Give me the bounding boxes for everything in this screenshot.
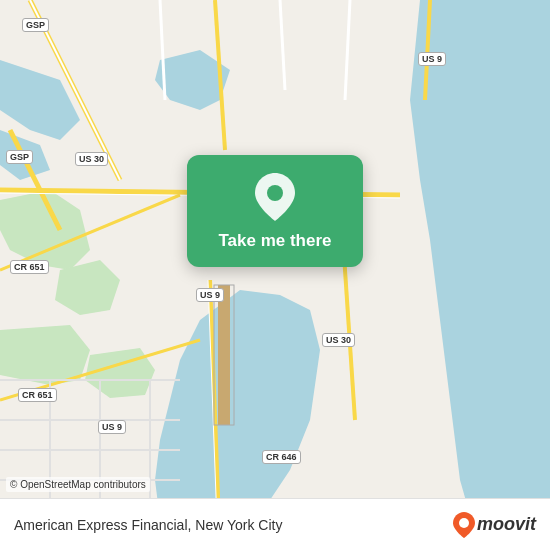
road-label-us30-bottom: US 30	[322, 333, 355, 347]
take-me-there-label: Take me there	[218, 231, 331, 251]
place-name: American Express Financial, New York Cit…	[14, 517, 282, 533]
road-label-cr646: CR 646	[262, 450, 301, 464]
take-me-there-card[interactable]: Take me there	[187, 155, 363, 267]
moovit-logo-text: moovit	[477, 514, 536, 535]
osm-attribution: © OpenStreetMap contributors	[6, 477, 150, 492]
road-label-cr651-1: CR 651	[10, 260, 49, 274]
info-bar: American Express Financial, New York Cit…	[0, 498, 550, 550]
svg-point-26	[267, 185, 283, 201]
map-background	[0, 0, 550, 550]
road-label-us30-1: US 30	[75, 152, 108, 166]
svg-point-27	[459, 518, 469, 528]
map-container: GSP GSP US 30 CR 651 US 9 US 30 US 30 CR…	[0, 0, 550, 550]
road-label-us9-top: US 9	[418, 52, 446, 66]
moovit-logo: moovit	[453, 512, 536, 538]
road-label-us9-mid: US 9	[196, 288, 224, 302]
location-pin-icon	[255, 173, 295, 221]
road-label-us9-bottom: US 9	[98, 420, 126, 434]
road-label-cr651-2: CR 651	[18, 388, 57, 402]
road-label-gsp-1: GSP	[22, 18, 49, 32]
road-label-gsp-2: GSP	[6, 150, 33, 164]
moovit-pin-icon	[453, 512, 475, 538]
svg-rect-23	[218, 285, 230, 425]
